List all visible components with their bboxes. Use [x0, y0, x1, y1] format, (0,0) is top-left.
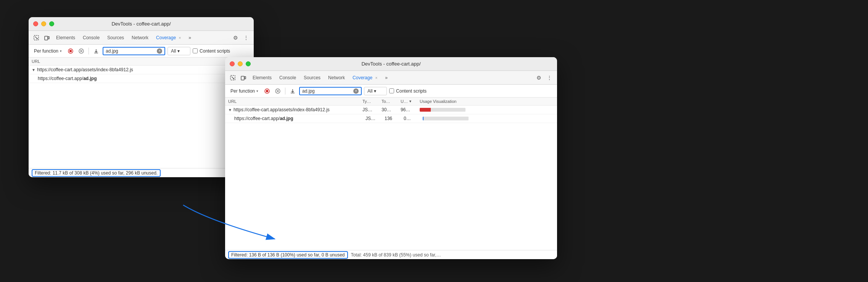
table-row-3[interactable]: ▼ https://coffee-cart.app/assets/index-8…: [225, 106, 557, 114]
device-icon-2[interactable]: [239, 73, 248, 82]
svg-rect-2: [48, 37, 49, 39]
tab-sources-1[interactable]: Sources: [104, 34, 127, 42]
minimize-button-2[interactable]: [238, 61, 243, 66]
per-function-button-1[interactable]: Per function ▾: [32, 47, 64, 55]
inspect-icon-2[interactable]: [228, 73, 237, 82]
minimize-button-1[interactable]: [41, 21, 46, 26]
traffic-lights-2: [230, 61, 251, 66]
filtered-text-1: Filtered: 11.7 kB of 308 kB (4%) used so…: [32, 169, 161, 177]
col-url-header-1: URL: [32, 59, 251, 64]
search-input-1[interactable]: [106, 48, 155, 54]
inspect-icon[interactable]: [32, 33, 41, 42]
tab-elements-1[interactable]: Elements: [53, 34, 78, 42]
table-area-2: ▼ https://coffee-cart.app/assets/index-8…: [225, 106, 557, 250]
device-icon[interactable]: [42, 33, 52, 42]
col-url-header-2: URL: [228, 99, 362, 104]
tab-console-1[interactable]: Console: [80, 34, 103, 42]
devtools-window-1: DevTools - coffee-cart.app/ Elements Con…: [29, 17, 254, 177]
all-dropdown-1[interactable]: All ▾: [167, 47, 190, 55]
window-title-1: DevTools - coffee-cart.app/: [111, 21, 171, 27]
used-bar-3: [420, 108, 431, 112]
usage-bar-4: [423, 117, 469, 120]
more-icon-2[interactable]: ⋮: [545, 73, 554, 82]
table-row-2[interactable]: https://coffee-cart.app/ad.jpg: [29, 74, 254, 83]
tab-sources-2[interactable]: Sources: [301, 74, 324, 82]
expand-arrow-3: ▼: [228, 108, 232, 112]
search-input-2[interactable]: [302, 88, 352, 94]
tab-coverage-close-1[interactable]: ×: [179, 36, 181, 40]
svg-rect-14: [266, 90, 268, 92]
search-clear-1[interactable]: ×: [157, 48, 162, 54]
all-dropdown-2[interactable]: All ▾: [364, 87, 387, 95]
row-url-2: https://coffee-cart.app/ad.jpg: [38, 76, 251, 81]
stop-recording-button-1[interactable]: [66, 47, 75, 55]
total-3: 30…: [382, 107, 401, 112]
stop-recording-button-2[interactable]: [263, 87, 271, 95]
search-clear-2[interactable]: ×: [353, 88, 359, 94]
tab-coverage-2[interactable]: Coverage ×: [349, 74, 380, 82]
window-body-1: Elements Console Sources Network Coverag…: [29, 31, 254, 177]
divider-2: [285, 88, 285, 95]
window-title-2: DevTools - coffee-cart.app/: [361, 61, 420, 67]
url-text-1: https://coffee-cart.app/assets/index-8bf…: [37, 67, 133, 72]
coverage-toolbar-2: Per function ▾: [225, 85, 557, 98]
status-bar-1: Filtered: 11.7 kB of 308 kB (4%) used so…: [29, 168, 254, 177]
col-total-header-2: To…: [382, 99, 401, 104]
type-3: JS…: [362, 107, 382, 112]
unused-bar-3: [431, 108, 465, 112]
clear-button-1[interactable]: [77, 47, 85, 55]
more-icon-1[interactable]: ⋮: [242, 33, 251, 42]
per-function-dropdown-icon-2: ▾: [256, 89, 258, 93]
download-button-2[interactable]: [288, 87, 297, 95]
tab-network-1[interactable]: Network: [129, 34, 151, 42]
toolbar-2: Elements Console Sources Network Coverag…: [225, 71, 557, 85]
download-button-1[interactable]: [92, 47, 100, 55]
visual-4: [423, 117, 554, 120]
tab-network-2[interactable]: Network: [325, 74, 348, 82]
visual-3: [420, 108, 554, 112]
all-dropdown-arrow-1: ▾: [177, 48, 180, 54]
search-box-2[interactable]: ×: [299, 87, 362, 95]
table-row-4[interactable]: https://coffee-cart.app/ad.jpg JS… 136 0…: [225, 114, 557, 123]
maximize-button-2[interactable]: [246, 61, 251, 66]
title-bar-1: DevTools - coffee-cart.app/: [29, 17, 254, 31]
content-scripts-checkbox-1[interactable]: [193, 48, 198, 53]
tab-more-1[interactable]: »: [185, 34, 194, 42]
window-body-2: Elements Console Sources Network Coverag…: [225, 71, 557, 259]
col-unused-header-2: U… ▼: [401, 99, 420, 104]
tab-elements-2[interactable]: Elements: [250, 74, 275, 82]
content-scripts-label-2[interactable]: Content scripts: [389, 88, 427, 94]
close-button-2[interactable]: [230, 61, 235, 66]
content-scripts-checkbox-2[interactable]: [389, 88, 394, 93]
sort-icon: ▼: [409, 99, 412, 103]
expand-arrow-1: ▼: [32, 68, 35, 72]
per-function-button-2[interactable]: Per function ▾: [228, 87, 261, 95]
usage-bar-3: [420, 108, 465, 112]
coverage-toolbar-1: Per function ▾: [29, 45, 254, 58]
maximize-button-1[interactable]: [49, 21, 54, 26]
row-url-3: ▼ https://coffee-cart.app/assets/index-8…: [228, 107, 362, 112]
type-4: JS…: [366, 116, 385, 121]
url-text-2: https://coffee-cart.app/ad.jpg: [38, 76, 97, 81]
settings-icon-1[interactable]: ⚙: [231, 33, 240, 42]
tab-coverage-close-2[interactable]: ×: [375, 76, 377, 80]
close-button-1[interactable]: [33, 21, 38, 26]
url-text-3: https://coffee-cart.app/assets/index-8bf…: [234, 107, 330, 112]
col-type-header-2: Ty…: [362, 99, 382, 104]
unused-3: 96…: [401, 107, 420, 112]
status-bar-2: Filtered: 136 B of 136 B (100%) used so …: [225, 250, 557, 259]
tab-coverage-1[interactable]: Coverage ×: [153, 34, 184, 42]
tab-console-2[interactable]: Console: [276, 74, 299, 82]
url-text-4: https://coffee-cart.app/ad.jpg: [234, 116, 293, 121]
clear-button-2[interactable]: [274, 87, 282, 95]
title-bar-2: DevTools - coffee-cart.app/: [225, 57, 557, 71]
all-dropdown-arrow-2: ▾: [374, 88, 376, 94]
content-scripts-label-1[interactable]: Content scripts: [193, 48, 230, 54]
tab-more-2[interactable]: »: [382, 74, 391, 82]
table-row-1[interactable]: ▼ https://coffee-cart.app/assets/index-8…: [29, 66, 254, 74]
toolbar-1: Elements Console Sources Network Coverag…: [29, 31, 254, 45]
settings-icon-2[interactable]: ⚙: [534, 73, 543, 82]
search-box-1[interactable]: ×: [103, 47, 165, 55]
svg-rect-12: [245, 77, 246, 79]
row-url-4: https://coffee-cart.app/ad.jpg: [234, 116, 366, 121]
